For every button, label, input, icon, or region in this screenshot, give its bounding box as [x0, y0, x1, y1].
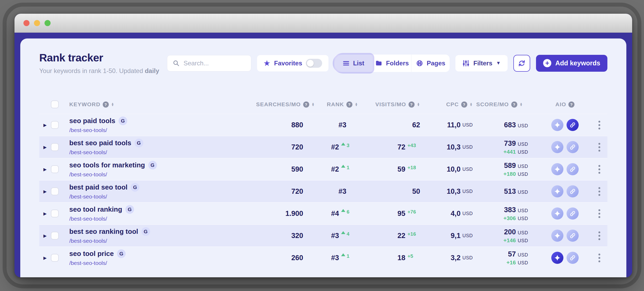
sort-icon[interactable]: ▲▼: [417, 103, 420, 106]
row-checkbox[interactable]: [51, 254, 59, 262]
keyword-url-link[interactable]: /best-seo-tools/: [69, 238, 107, 244]
app-frame: Rank tracker Your keywords in rank 1-50.…: [14, 33, 632, 277]
select-all-checkbox[interactable]: [51, 100, 59, 108]
column-header-keyword[interactable]: KEYWORD ? ▲▼: [69, 101, 262, 108]
search-input[interactable]: [184, 60, 246, 67]
expand-row-icon[interactable]: ▶: [39, 136, 51, 158]
expand-row-icon[interactable]: ▶: [39, 158, 51, 180]
column-header-aio[interactable]: AIO ?: [539, 101, 591, 108]
expand-row-icon[interactable]: ▶: [39, 225, 51, 246]
column-header-searches[interactable]: SEARCHES/MO ? ▲▼: [262, 101, 315, 108]
help-icon[interactable]: ?: [346, 101, 352, 108]
kebab-menu-icon[interactable]: [598, 231, 600, 240]
keyword-name: seo paid tools: [69, 117, 115, 125]
sort-icon[interactable]: ▲▼: [520, 103, 523, 106]
page-header: Rank tracker Your keywords in rank 1-50.…: [39, 38, 607, 75]
keyword-url-link[interactable]: /best-seo-tools/: [69, 216, 107, 222]
expand-row-icon[interactable]: ▶: [39, 181, 51, 202]
table-row: ▶ best seo paid tools G /best-seo-tools/…: [39, 136, 607, 158]
keyword-url-link[interactable]: /best-seo-tools/: [69, 260, 107, 266]
score-delta: +16USD: [507, 259, 528, 266]
close-window-button[interactable]: [23, 20, 30, 26]
sparkle-aio-icon[interactable]: [551, 252, 563, 264]
column-header-rank[interactable]: RANK ? ▲▼: [315, 101, 370, 108]
sparkle-aio-icon[interactable]: [551, 141, 563, 153]
link-aio-icon[interactable]: [567, 230, 579, 242]
aio-cell: [539, 225, 591, 246]
help-icon[interactable]: ?: [303, 101, 309, 108]
sparkle-aio-icon[interactable]: [551, 119, 563, 131]
row-checkbox[interactable]: [51, 143, 59, 151]
filters-button[interactable]: Filters ▼: [455, 55, 508, 71]
keyword-url-link[interactable]: /best-seo-tools/: [69, 149, 107, 156]
sort-icon[interactable]: ▲▼: [355, 103, 358, 106]
kebab-menu-icon[interactable]: [598, 165, 600, 174]
keyword-url-link[interactable]: /best-seo-tools/: [69, 193, 107, 200]
expand-row-icon[interactable]: ▶: [39, 203, 51, 224]
score-delta: +306USD: [503, 215, 528, 221]
kebab-menu-icon[interactable]: [598, 143, 600, 152]
score-cell: 739USD +441USD: [473, 136, 539, 158]
column-label: SCORE/MO: [476, 101, 509, 108]
score-cell: 589USD +180USD: [473, 158, 539, 180]
search-box[interactable]: [167, 55, 251, 71]
maximize-window-button[interactable]: [45, 20, 51, 26]
keyword-url-link[interactable]: /best-seo-tools/: [69, 171, 107, 178]
column-label: SEARCHES/MO: [256, 101, 301, 108]
column-header-visits[interactable]: VISITS/MO ? ▲▼: [370, 101, 420, 108]
favorites-filter[interactable]: ★ Favorites: [257, 55, 329, 71]
rank-cell: #4 6: [315, 203, 370, 224]
visits-cell: 18 +5: [370, 247, 420, 269]
sort-icon[interactable]: ▲▼: [470, 103, 473, 106]
favorites-toggle[interactable]: [306, 59, 322, 68]
help-icon[interactable]: ?: [409, 101, 415, 108]
column-header-cpc[interactable]: CPC ? ▲▼: [420, 101, 473, 108]
help-icon[interactable]: ?: [103, 101, 109, 108]
visits-cell: 50: [370, 181, 420, 202]
cpc-cell: 10,0USD: [420, 158, 473, 180]
kebab-menu-icon[interactable]: [598, 209, 600, 218]
kebab-menu-icon[interactable]: [598, 254, 600, 262]
chevron-down-icon: ▼: [496, 60, 501, 66]
refresh-button[interactable]: [513, 55, 530, 72]
column-label: AIO: [555, 101, 566, 108]
kebab-menu-icon[interactable]: [598, 187, 600, 196]
row-checkbox[interactable]: [51, 187, 59, 195]
sparkle-aio-icon[interactable]: [551, 230, 563, 242]
row-checkbox[interactable]: [51, 121, 59, 129]
row-checkbox[interactable]: [51, 210, 59, 217]
link-aio-icon[interactable]: [567, 163, 579, 175]
link-aio-icon[interactable]: [567, 185, 579, 197]
toolbar: ★ Favorites List Folders Pages: [167, 55, 607, 72]
column-label: VISITS/MO: [375, 101, 406, 108]
tab-pages[interactable]: Pages: [411, 55, 450, 72]
sparkle-aio-icon[interactable]: [551, 163, 563, 175]
link-aio-icon[interactable]: [567, 207, 579, 220]
minimize-window-button[interactable]: [34, 20, 40, 26]
row-checkbox[interactable]: [51, 165, 59, 173]
kebab-menu-icon[interactable]: [598, 121, 600, 129]
google-icon: G: [125, 205, 134, 214]
link-aio-icon[interactable]: [567, 252, 579, 264]
link-aio-icon[interactable]: [567, 119, 579, 131]
table-header-row: KEYWORD ? ▲▼ SEARCHES/MO ? ▲▼ RANK ? ▲▼ …: [39, 95, 607, 114]
link-aio-icon[interactable]: [567, 141, 579, 153]
help-icon[interactable]: ?: [568, 101, 574, 108]
sparkle-aio-icon[interactable]: [551, 185, 563, 197]
help-icon[interactable]: ?: [511, 101, 517, 108]
expand-row-icon[interactable]: ▶: [39, 114, 51, 136]
expand-row-icon[interactable]: ▶: [39, 247, 51, 269]
sort-icon[interactable]: ▲▼: [312, 103, 315, 106]
column-header-score[interactable]: SCORE/MO ? ▲▼: [473, 101, 539, 108]
google-icon: G: [135, 139, 143, 147]
add-keywords-button[interactable]: + Add keywords: [536, 55, 607, 72]
tab-folders[interactable]: Folders: [373, 55, 411, 72]
tab-list[interactable]: List: [334, 55, 373, 72]
row-checkbox[interactable]: [51, 232, 59, 240]
star-icon: ★: [263, 59, 271, 67]
rank-delta: 3: [339, 143, 354, 152]
sparkle-aio-icon[interactable]: [551, 207, 563, 220]
sort-icon[interactable]: ▲▼: [111, 103, 114, 106]
keyword-url-link[interactable]: /best-seo-tools/: [69, 127, 107, 133]
help-icon[interactable]: ?: [461, 101, 467, 108]
